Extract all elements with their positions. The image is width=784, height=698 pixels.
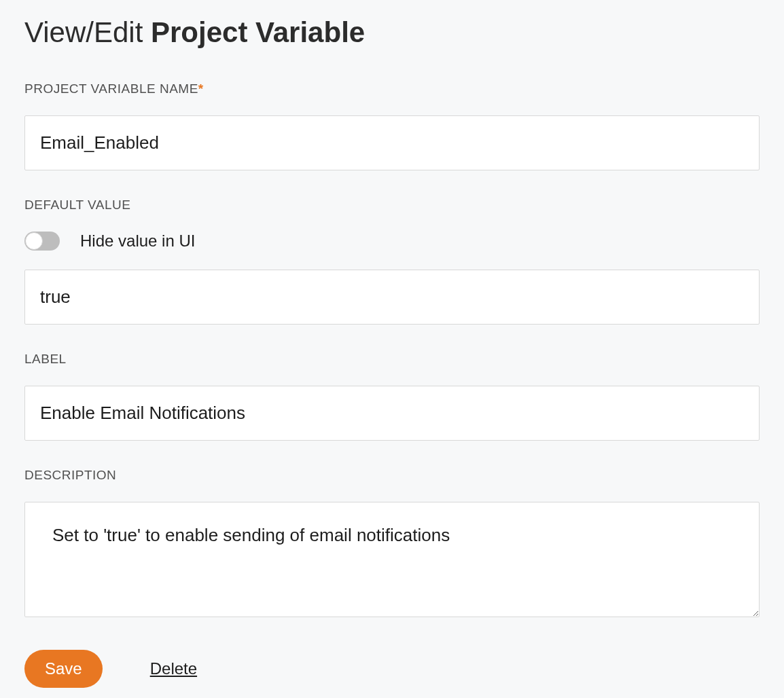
label-field-label: LABEL xyxy=(24,352,760,367)
hide-value-toggle[interactable] xyxy=(24,232,60,251)
form-actions: Save Delete xyxy=(24,650,760,688)
page-title-prefix: View/Edit xyxy=(24,16,151,48)
default-value-label: DEFAULT VALUE xyxy=(24,198,760,213)
field-group-name: PROJECT VARIABLE NAME* xyxy=(24,81,760,170)
hide-value-toggle-row: Hide value in UI xyxy=(24,232,760,251)
delete-button[interactable]: Delete xyxy=(150,659,197,678)
toggle-thumb xyxy=(25,232,43,250)
name-label: PROJECT VARIABLE NAME* xyxy=(24,81,760,96)
page-title-bold: Project Variable xyxy=(151,16,365,48)
field-group-default-value: DEFAULT VALUE Hide value in UI xyxy=(24,198,760,325)
page-title: View/Edit Project Variable xyxy=(24,16,760,49)
field-group-label: LABEL xyxy=(24,352,760,441)
save-button[interactable]: Save xyxy=(24,650,103,688)
hide-value-toggle-label: Hide value in UI xyxy=(80,232,195,251)
default-value-input[interactable] xyxy=(24,270,760,325)
name-label-text: PROJECT VARIABLE NAME xyxy=(24,81,198,96)
label-input[interactable] xyxy=(24,386,760,441)
description-textarea[interactable]: Set to 'true' to enable sending of email… xyxy=(24,502,760,617)
required-marker: * xyxy=(198,81,204,96)
description-label: DESCRIPTION xyxy=(24,468,760,483)
name-input[interactable] xyxy=(24,115,760,170)
field-group-description: DESCRIPTION Set to 'true' to enable send… xyxy=(24,468,760,620)
